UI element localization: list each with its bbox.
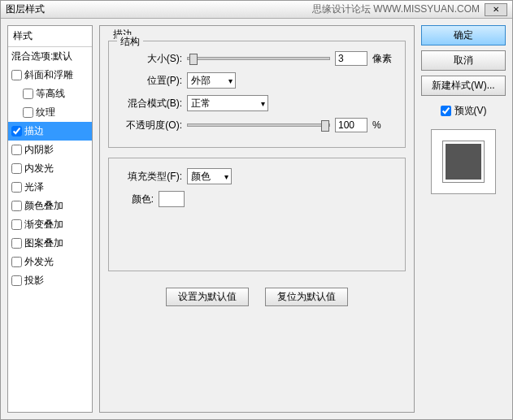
style-checkbox[interactable]: [11, 145, 22, 155]
style-item[interactable]: 混合选项:默认: [8, 47, 92, 66]
ok-button[interactable]: 确定: [421, 25, 506, 45]
style-label: 等高线: [36, 87, 65, 101]
position-select[interactable]: 外部: [187, 72, 236, 89]
style-label: 描边: [24, 124, 44, 138]
style-label: 混合选项:默认: [11, 50, 72, 63]
slider-thumb[interactable]: [189, 54, 198, 65]
style-item[interactable]: 光泽: [8, 178, 92, 197]
color-swatch[interactable]: [159, 191, 185, 207]
set-default-button[interactable]: 设置为默认值: [166, 288, 249, 306]
style-label: 光泽: [24, 180, 44, 194]
style-item[interactable]: 投影: [8, 271, 92, 290]
preview-swatch: [443, 141, 484, 182]
style-checkbox[interactable]: [11, 219, 22, 230]
preview-toggle[interactable]: 预览(V): [421, 104, 506, 118]
style-item[interactable]: 内阴影: [8, 141, 92, 159]
structure-legend: 结构: [117, 35, 143, 49]
style-checkbox[interactable]: [23, 107, 33, 118]
color-label: 颜色:: [117, 193, 154, 206]
titlebar: 图层样式 思缘设计论坛 WWW.MISSYUAN.COM ✕: [1, 1, 512, 19]
fill-fieldset: 填充类型(F): 颜色 颜色:: [108, 158, 406, 271]
size-unit: 像素: [372, 52, 397, 66]
style-checkbox[interactable]: [11, 70, 22, 80]
style-checkbox[interactable]: [11, 238, 22, 249]
size-label: 大小(S):: [117, 52, 182, 66]
style-checkbox[interactable]: [11, 182, 22, 193]
style-item[interactable]: 图案叠加: [8, 234, 92, 253]
styles-header: 样式: [8, 26, 92, 47]
style-item[interactable]: 渐变叠加: [8, 215, 92, 234]
style-checkbox[interactable]: [23, 89, 33, 99]
style-label: 斜面和浮雕: [24, 68, 73, 82]
styles-panel: 样式 混合选项:默认斜面和浮雕等高线纹理描边内阴影内发光光泽颜色叠加渐变叠加图案…: [7, 25, 93, 413]
style-item[interactable]: 颜色叠加: [8, 197, 92, 215]
style-label: 颜色叠加: [24, 199, 63, 213]
style-item[interactable]: 纹理: [8, 103, 92, 122]
style-label: 图案叠加: [24, 236, 63, 250]
style-checkbox[interactable]: [11, 201, 22, 211]
style-label: 外发光: [24, 255, 54, 269]
filltype-select[interactable]: 颜色: [187, 168, 232, 184]
style-item[interactable]: 内发光: [8, 159, 92, 178]
slider-thumb[interactable]: [321, 120, 329, 132]
structure-fieldset: 结构 大小(S): 像素 位置(P): 外部 混合模式(B): 正常 不透明度(…: [108, 41, 406, 148]
reset-default-button[interactable]: 复位为默认值: [265, 288, 348, 306]
preview-box: [431, 129, 496, 194]
style-item[interactable]: 描边: [8, 122, 92, 141]
style-label: 纹理: [36, 106, 55, 119]
style-checkbox[interactable]: [11, 163, 22, 174]
position-label: 位置(P):: [117, 74, 182, 88]
opacity-input[interactable]: [335, 118, 367, 132]
size-input[interactable]: [335, 51, 367, 66]
style-item[interactable]: 外发光: [8, 253, 92, 271]
preview-label: 预览(V): [454, 104, 487, 118]
settings-panel: 描边 结构 大小(S): 像素 位置(P): 外部 混合模式(B): 正常: [99, 25, 415, 413]
action-panel: 确定 取消 新建样式(W)... 预览(V): [421, 25, 506, 413]
layer-style-dialog: 图层样式 思缘设计论坛 WWW.MISSYUAN.COM ✕ 样式 混合选项:默…: [0, 0, 513, 420]
style-label: 内阴影: [24, 143, 54, 157]
new-style-button[interactable]: 新建样式(W)...: [421, 76, 506, 96]
style-label: 渐变叠加: [24, 218, 63, 232]
cancel-button[interactable]: 取消: [421, 50, 506, 71]
close-button[interactable]: ✕: [485, 3, 507, 16]
dialog-title: 图层样式: [6, 2, 312, 16]
filltype-label: 填充类型(F):: [117, 170, 182, 184]
preview-checkbox[interactable]: [441, 106, 451, 116]
blend-select[interactable]: 正常: [187, 95, 268, 111]
style-item[interactable]: 等高线: [8, 84, 92, 103]
style-label: 投影: [24, 274, 44, 288]
opacity-label: 不透明度(O):: [117, 119, 182, 132]
style-checkbox[interactable]: [11, 275, 22, 286]
style-checkbox[interactable]: [11, 126, 22, 136]
brand-text: 思缘设计论坛 WWW.MISSYUAN.COM: [312, 2, 480, 16]
opacity-slider[interactable]: [187, 123, 330, 127]
style-item[interactable]: 斜面和浮雕: [8, 66, 92, 84]
style-checkbox[interactable]: [11, 257, 22, 267]
style-label: 内发光: [24, 162, 54, 175]
size-slider[interactable]: [187, 57, 330, 60]
opacity-unit: %: [372, 119, 397, 131]
blend-label: 混合模式(B):: [117, 97, 182, 110]
